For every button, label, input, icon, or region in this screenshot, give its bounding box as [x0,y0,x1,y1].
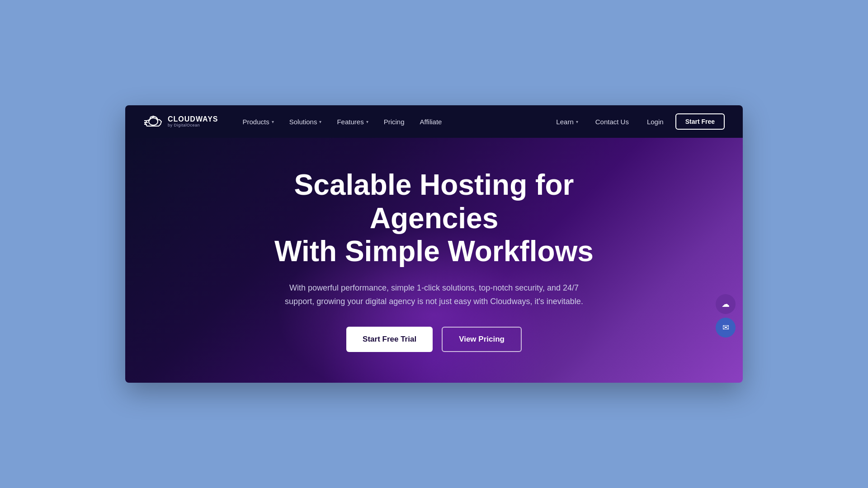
floating-buttons: ☁ ✉ [716,294,736,338]
hero-title: Scalable Hosting for Agencies With Simpl… [231,169,637,268]
nav-products[interactable]: Products ▾ [236,114,280,129]
browser-window: CLOUDWAYS by DigitalOcean Products ▾ Sol… [125,105,743,383]
logo-name: CLOUDWAYS [168,116,218,123]
login-button[interactable]: Login [640,114,671,129]
message-float-button[interactable]: ✉ [716,318,736,338]
hero-subtitle: With powerful performance, simple 1-clic… [280,281,588,309]
view-pricing-button[interactable]: View Pricing [442,327,522,352]
cloud-icon: ☁ [722,299,730,309]
start-free-button[interactable]: Start Free [675,113,725,130]
nav-contact[interactable]: Contact Us [589,114,635,129]
nav-right: Learn ▾ Contact Us Login Start Free [550,113,725,130]
nav-learn[interactable]: Learn ▾ [550,114,584,129]
logo-subtext: by DigitalOcean [168,123,218,127]
chevron-down-icon: ▾ [576,119,578,124]
nav-affiliate[interactable]: Affiliate [414,114,448,129]
nav-left: Products ▾ Solutions ▾ Features ▾ Pricin… [236,114,550,129]
hero-buttons: Start Free Trial View Pricing [346,327,522,352]
nav-features[interactable]: Features ▾ [330,114,374,129]
logo-text: CLOUDWAYS by DigitalOcean [168,116,218,127]
chat-float-button[interactable]: ☁ [716,294,736,314]
logo-icon [143,113,163,130]
hero-section: Scalable Hosting for Agencies With Simpl… [125,138,743,383]
chevron-down-icon: ▾ [319,119,321,124]
nav-solutions[interactable]: Solutions ▾ [283,114,328,129]
start-trial-button[interactable]: Start Free Trial [346,327,433,352]
chevron-down-icon: ▾ [272,119,274,124]
chevron-down-icon: ▾ [366,119,368,124]
message-icon: ✉ [722,323,729,333]
logo[interactable]: CLOUDWAYS by DigitalOcean [143,113,218,130]
nav-pricing[interactable]: Pricing [377,114,411,129]
navbar: CLOUDWAYS by DigitalOcean Products ▾ Sol… [125,105,743,138]
